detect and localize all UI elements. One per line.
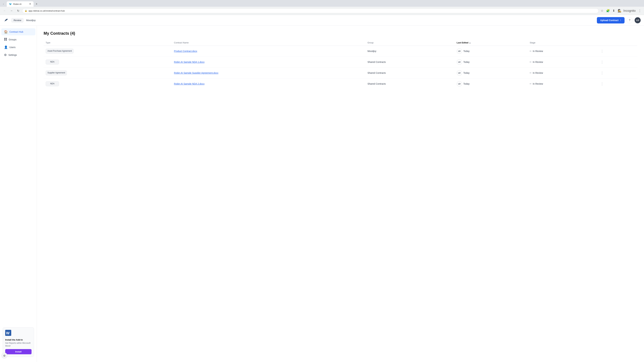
extensions-icon[interactable]: 🧩: [606, 8, 610, 13]
row-more-button-1[interactable]: ⋮: [599, 59, 605, 65]
sidebar-label-settings: Settings: [8, 54, 17, 56]
cell-contract-name-0: Product Contract.docx: [172, 46, 366, 57]
settings-icon: ⚙: [4, 53, 7, 57]
cell-more-2: ⋮: [597, 67, 637, 78]
addon-title: Install the Add-in: [5, 339, 32, 341]
pencil-icon-3: ✏: [530, 82, 532, 85]
svg-text:W: W: [6, 331, 10, 335]
cell-last-edited-1: LD Today: [455, 57, 528, 67]
stage-cell-2: ✏ In Review: [530, 71, 595, 74]
editor-avatar-1: LD: [457, 59, 462, 65]
sidebar-item-contract-hub[interactable]: 🏠 Contract Hub: [1, 28, 36, 35]
contract-link-0[interactable]: Product Contract.docx: [174, 50, 197, 52]
word-icon: W: [5, 330, 32, 337]
download-icon[interactable]: ⬇: [612, 8, 616, 13]
col-last-edited[interactable]: Last Edited ▲: [455, 40, 528, 46]
help-button[interactable]: ?: [626, 17, 632, 23]
sidebar-label-users: Users: [10, 46, 16, 49]
pencil-icon-0: ✏: [530, 50, 532, 52]
cell-group-2: Shared Contracts: [366, 67, 455, 78]
incognito-badge: 🕵 Incognito: [617, 8, 636, 13]
svg-rect-3: [4, 39, 5, 40]
reload-button[interactable]: ↻: [16, 8, 21, 13]
address-bar[interactable]: 🔒 app.robinai.co.uk/review/contract-hub: [22, 8, 599, 13]
cell-contract-name-1: Robin AI Sample NDA 1.docx: [172, 57, 366, 67]
tab-close-button[interactable]: ✕: [29, 3, 31, 5]
new-tab-button[interactable]: +: [34, 2, 39, 6]
tab-favicon: 🐦: [9, 3, 12, 5]
pencil-icon-1: ✏: [530, 61, 532, 63]
browser-toolbar-right: ☆ 🧩 ⬇ 🕵 Incognito ⋮: [600, 8, 642, 13]
forward-button[interactable]: →: [9, 8, 14, 13]
browser-chrome: ‹ 🐦 Robin AI ✕ + ← → ↻ 🔒 app.robinai.co.…: [0, 0, 644, 15]
row-more-button-2[interactable]: ⋮: [599, 70, 605, 76]
app-header: Review Moodjoy Upload Contract ↑ ? LD: [0, 15, 644, 26]
upload-icon: ↑: [620, 19, 621, 22]
main-content: My Contracts (4) Type Contract Name Grou…: [37, 26, 644, 362]
contract-link-1[interactable]: Robin AI Sample NDA 1.docx: [174, 61, 204, 63]
addon-card: W Install the Add-in Get Reports within …: [3, 327, 34, 357]
sidebar-item-settings[interactable]: ⚙ Settings: [1, 51, 36, 58]
app-logo[interactable]: [3, 17, 9, 23]
cell-stage-0: ✏ In Review: [528, 46, 597, 57]
editor-avatar-2: LD: [457, 70, 462, 76]
col-stage: Stage: [528, 40, 597, 46]
stage-cell-3: ✏ In Review: [530, 82, 595, 85]
org-name: Moodjoy: [26, 19, 36, 22]
type-badge-2: Supplier Agreement: [46, 70, 67, 75]
contract-link-2[interactable]: Robin AI Sample Supplier Agreement.docx: [174, 71, 218, 74]
table-header-row: Type Contract Name Group Last Edited ▲: [44, 40, 637, 46]
type-badge-0: Asset Purchase Agreement: [46, 49, 74, 54]
upload-label: Upload Contract: [600, 19, 618, 22]
cell-more-3: ⋮: [597, 78, 637, 89]
sidebar: 🏠 Contract Hub Groups 👤 Users ⚙ Settings…: [0, 26, 37, 362]
avatar-initials: LD: [636, 19, 639, 21]
table-row: Asset Purchase Agreement Product Contrac…: [44, 46, 637, 57]
back-button[interactable]: ←: [2, 8, 8, 13]
cell-type-2: Supplier Agreement: [44, 67, 172, 78]
editor-avatar-3: LD: [457, 81, 462, 86]
lock-icon: 🔒: [25, 9, 27, 12]
tab-title: Robin AI: [13, 3, 22, 5]
edited-date-1: Today: [464, 61, 470, 63]
cell-group-3: Shared Contracts: [366, 78, 455, 89]
row-more-button-0[interactable]: ⋮: [599, 48, 605, 54]
cell-last-edited-2: LD Today: [455, 67, 528, 78]
cell-group-0: Moodjoy: [366, 46, 455, 57]
browser-tab-bar: ‹ 🐦 Robin AI ✕ +: [0, 0, 644, 7]
active-browser-tab[interactable]: 🐦 Robin AI ✕: [7, 1, 34, 7]
stage-label-1: In Review: [533, 61, 543, 63]
user-avatar-button[interactable]: LD: [634, 17, 641, 23]
stage-label-0: In Review: [533, 50, 543, 52]
group-name-3: Shared Contracts: [368, 82, 386, 85]
contracts-table: Type Contract Name Group Last Edited ▲: [44, 40, 637, 89]
table-row: Supplier Agreement Robin AI Sample Suppl…: [44, 67, 637, 78]
table-header: Type Contract Name Group Last Edited ▲: [44, 40, 637, 46]
last-edited-cell-1: LD Today: [457, 59, 526, 65]
table-row: NDA Robin AI Sample NDA 1.docx Shared Co…: [44, 57, 637, 67]
browser-menu-icon[interactable]: ⋮: [638, 8, 642, 13]
install-addon-button[interactable]: Install: [5, 349, 32, 354]
home-icon: 🏠: [4, 30, 8, 34]
upload-contract-button[interactable]: Upload Contract ↑: [597, 17, 624, 23]
floating-settings-button[interactable]: ⚙: [1, 353, 8, 359]
sidebar-item-users[interactable]: 👤 Users: [1, 44, 36, 51]
stage-cell-0: ✏ In Review: [530, 50, 595, 52]
tab-nav-left[interactable]: ‹: [1, 2, 5, 6]
col-contract-name: Contract Name: [172, 40, 366, 46]
review-badge[interactable]: Review: [12, 18, 24, 22]
sidebar-item-groups[interactable]: Groups: [1, 36, 36, 43]
row-more-button-3[interactable]: ⋮: [599, 81, 605, 86]
last-edited-cell-2: LD Today: [457, 70, 526, 76]
group-name-0: Moodjoy: [368, 50, 376, 52]
col-group: Group: [366, 40, 455, 46]
group-name-2: Shared Contracts: [368, 71, 386, 74]
bookmark-icon[interactable]: ☆: [600, 8, 604, 13]
cell-contract-name-2: Robin AI Sample Supplier Agreement.docx: [172, 67, 366, 78]
cell-stage-1: ✏ In Review: [528, 57, 597, 67]
edited-date-2: Today: [464, 71, 470, 74]
col-type: Type: [44, 40, 172, 46]
cell-last-edited-0: LD Today: [455, 46, 528, 57]
review-label: Review: [14, 19, 21, 22]
contract-link-3[interactable]: Robin AI Sample NDA 2.docx: [174, 82, 204, 85]
